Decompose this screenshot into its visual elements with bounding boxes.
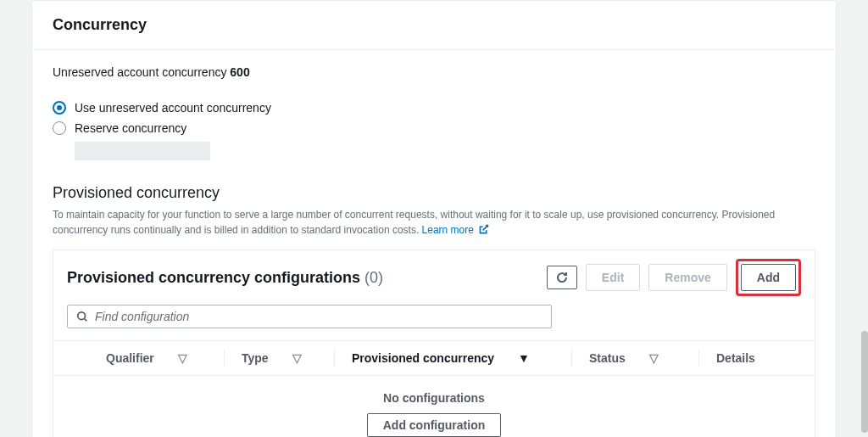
provisioned-desc-text: To maintain capacity for your function t… xyxy=(53,209,775,236)
configurations-panel: Provisioned concurrency configurations (… xyxy=(53,249,815,437)
panel-title: Concurrency xyxy=(53,16,815,34)
column-details-label: Details xyxy=(716,351,755,365)
edit-button[interactable]: Edit xyxy=(586,264,640,291)
learn-more-label: Learn more xyxy=(422,224,474,236)
add-button-highlight: Add xyxy=(736,259,801,296)
empty-state: No configurations Add configuration xyxy=(53,376,815,437)
radio-use-unreserved[interactable]: Use unreserved account concurrency xyxy=(53,98,815,118)
reserve-concurrency-input[interactable] xyxy=(75,142,210,160)
provisioned-description: To maintain capacity for your function t… xyxy=(53,207,815,238)
column-provisioned-concurrency[interactable]: Provisioned concurrency ▼ xyxy=(352,350,572,367)
refresh-button[interactable] xyxy=(547,266,577,289)
concurrency-panel: Concurrency Unreserved account concurren… xyxy=(31,0,837,437)
radio-selected-icon xyxy=(53,101,66,115)
svg-point-0 xyxy=(78,312,86,320)
column-provisioned-label: Provisioned concurrency xyxy=(352,351,494,365)
sort-desc-icon: ▼ xyxy=(518,351,530,365)
column-status[interactable]: Status ▽ xyxy=(589,350,699,367)
radio-reserve-concurrency[interactable]: Reserve concurrency xyxy=(53,118,815,138)
unreserved-label: Unreserved account concurrency xyxy=(53,65,226,79)
search-input[interactable] xyxy=(95,310,542,323)
column-status-label: Status xyxy=(589,351,626,365)
unreserved-value: 600 xyxy=(230,65,249,79)
unreserved-concurrency-text: Unreserved account concurrency 600 xyxy=(53,65,815,79)
add-configuration-button[interactable]: Add configuration xyxy=(367,413,502,437)
learn-more-link[interactable]: Learn more xyxy=(422,224,490,236)
add-button[interactable]: Add xyxy=(741,264,796,291)
search-icon xyxy=(76,311,88,322)
configurations-title-text: Provisioned concurrency configurations xyxy=(67,269,360,286)
radio-reserve-label: Reserve concurrency xyxy=(75,121,186,135)
concurrency-radio-group: Use unreserved account concurrency Reser… xyxy=(53,98,815,160)
column-type-label: Type xyxy=(242,351,269,365)
table-header-row: Qualifier ▽ Type ▽ Provisioned concurren… xyxy=(53,340,815,376)
radio-use-unreserved-label: Use unreserved account concurrency xyxy=(75,101,271,115)
external-link-icon xyxy=(478,224,489,235)
empty-state-title: No configurations xyxy=(53,391,815,405)
remove-button[interactable]: Remove xyxy=(648,264,726,291)
sort-icon: ▽ xyxy=(649,351,659,365)
sort-icon: ▽ xyxy=(292,351,302,365)
column-type[interactable]: Type ▽ xyxy=(242,350,335,367)
configurations-title: Provisioned concurrency configurations (… xyxy=(67,269,383,287)
provisioned-heading: Provisioned concurrency xyxy=(53,184,815,202)
column-details: Details xyxy=(716,350,801,367)
configurations-count: (0) xyxy=(364,269,383,286)
panel-header: Concurrency xyxy=(32,1,836,50)
refresh-icon xyxy=(555,271,569,284)
sort-icon: ▽ xyxy=(178,351,187,365)
radio-unselected-icon xyxy=(53,121,66,135)
search-configuration-box[interactable] xyxy=(67,305,552,328)
scrollbar-thumb[interactable] xyxy=(861,331,868,433)
column-qualifier[interactable]: Qualifier ▽ xyxy=(106,350,225,367)
column-qualifier-label: Qualifier xyxy=(106,351,154,365)
